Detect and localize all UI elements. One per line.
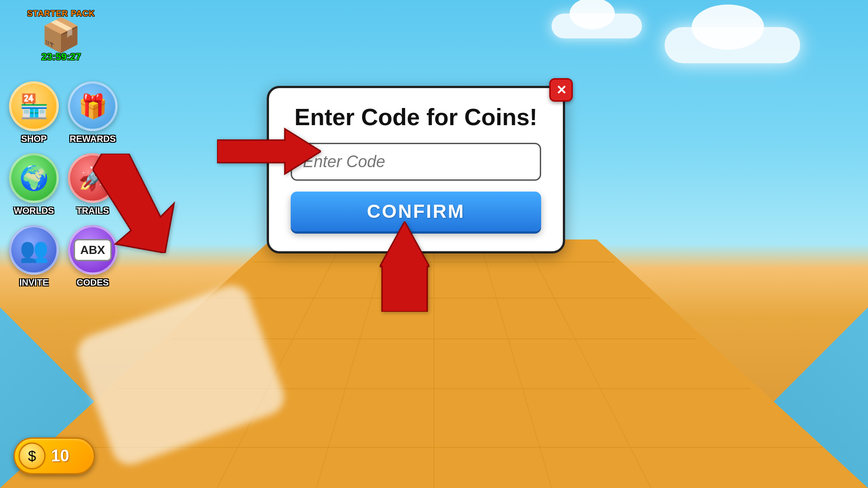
svg-marker-12 bbox=[380, 221, 429, 312]
arrow-up-to-confirm bbox=[380, 221, 429, 312]
invite-label: INVITE bbox=[19, 277, 48, 288]
worlds-icon-circle: 🌍 bbox=[9, 153, 59, 203]
shop-button[interactable]: 🏪 SHOP bbox=[9, 81, 59, 144]
code-input[interactable] bbox=[291, 143, 541, 181]
shop-label: SHOP bbox=[21, 134, 47, 144]
starter-pack-widget[interactable]: STARTER PACK 📦 23:59:27 bbox=[27, 9, 95, 63]
svg-marker-13 bbox=[93, 154, 174, 253]
coin-symbol: $ bbox=[28, 448, 36, 465]
codes-label: CODES bbox=[76, 277, 108, 288]
arrow-right-to-input bbox=[217, 127, 321, 176]
coin-icon: $ bbox=[19, 442, 46, 469]
rewards-button[interactable]: 🎁 REWARDS bbox=[68, 81, 118, 144]
cloud-2 bbox=[552, 14, 642, 38]
worlds-button[interactable]: 🌍 WORLDS bbox=[9, 153, 59, 216]
worlds-label: WORLDS bbox=[14, 206, 54, 216]
close-button[interactable]: ✕ bbox=[549, 78, 573, 102]
invite-icon-circle: 👥 bbox=[9, 225, 59, 275]
starter-pack-timer: 23:59:27 bbox=[41, 51, 81, 63]
coin-amount: 10 bbox=[51, 446, 69, 465]
svg-marker-11 bbox=[217, 129, 321, 174]
rewards-label: REWARDS bbox=[70, 134, 116, 144]
arrow-to-codes bbox=[93, 154, 192, 253]
starter-pack-icon: 📦 bbox=[41, 19, 81, 51]
rewards-icon-circle: 🎁 bbox=[68, 81, 118, 131]
coins-display: $ 10 bbox=[14, 437, 95, 474]
cloud-1 bbox=[665, 27, 800, 63]
shop-icon-circle: 🏪 bbox=[9, 81, 59, 131]
invite-button[interactable]: 👥 INVITE bbox=[9, 225, 59, 288]
dialog-title: Enter Code for Coins! bbox=[291, 104, 541, 130]
